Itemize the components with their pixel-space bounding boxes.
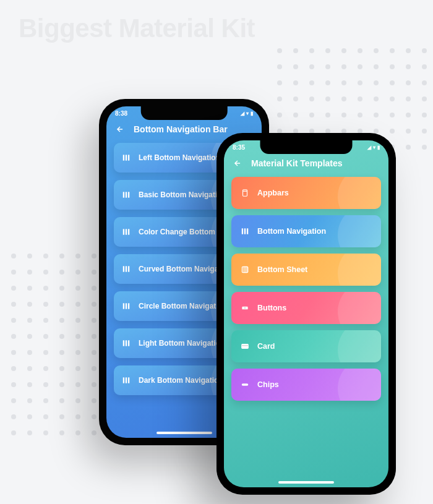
buttons-icon [240, 303, 250, 313]
wifi-icon: ▾ [246, 111, 249, 116]
svg-rect-14 [128, 303, 129, 309]
svg-rect-7 [126, 229, 127, 234]
back-button[interactable] [233, 158, 242, 168]
home-indicator[interactable] [156, 432, 212, 434]
list-item[interactable]: Bottom Sheet [231, 254, 381, 286]
svg-rect-8 [128, 229, 129, 234]
columns-icon [121, 153, 131, 163]
arrow-left-icon [116, 125, 124, 134]
svg-rect-2 [128, 155, 129, 160]
network-icon: ◢ [367, 145, 371, 150]
svg-rect-24 [244, 228, 246, 234]
status-indicators: ◢ ▾ ▮ [241, 111, 253, 116]
card-icon [240, 341, 250, 351]
bottom-nav-icon [240, 226, 250, 236]
list-item-label: Basic Bottom Navigation [139, 190, 226, 199]
list-item[interactable]: Appbars [231, 177, 381, 209]
columns-icon [121, 338, 131, 348]
svg-rect-19 [126, 377, 127, 383]
svg-rect-27 [243, 267, 248, 272]
list-item-label: Buttons [257, 304, 286, 312]
app-bar-title: Bottom Navigation Bar [134, 124, 228, 134]
svg-rect-15 [123, 340, 124, 346]
svg-rect-0 [123, 155, 124, 160]
svg-rect-17 [128, 340, 129, 346]
columns-icon [121, 301, 131, 311]
arrow-left-icon [233, 159, 242, 168]
status-time: 8:35 [233, 144, 245, 151]
page-heading: Biggest Material Kit [19, 14, 255, 43]
columns-icon [121, 264, 131, 274]
list-item-label: Bottom Navigation [257, 227, 326, 236]
svg-rect-3 [123, 192, 124, 197]
phone-notch [140, 106, 228, 120]
chips-icon [240, 380, 250, 390]
svg-rect-32 [242, 383, 249, 386]
columns-icon [121, 190, 131, 200]
svg-rect-6 [123, 229, 124, 234]
svg-rect-18 [123, 377, 124, 383]
svg-rect-21 [243, 190, 247, 197]
wifi-icon: ▾ [373, 145, 375, 150]
status-indicators: ◢ ▾ ▮ [367, 145, 380, 150]
list-item-label: Light Bottom Navigation [139, 339, 225, 348]
list-item-label: Circle Bottom Navigation [139, 302, 227, 310]
svg-rect-16 [126, 340, 127, 346]
app-bar-title: Material Kit Templates [251, 158, 343, 168]
phone-mockup-front: 8:35 ◢ ▾ ▮ Material Kit Templates Appbar… [216, 133, 396, 495]
list-item[interactable]: Buttons [231, 292, 381, 324]
battery-icon: ▮ [377, 145, 380, 150]
home-indicator[interactable] [278, 481, 334, 484]
bottom-sheet-icon [240, 265, 250, 275]
list-item-label: Card [257, 342, 275, 351]
network-icon: ◢ [241, 111, 244, 116]
list-item-label: Chips [257, 380, 279, 389]
list-item[interactable]: Chips [231, 369, 381, 401]
columns-icon [121, 227, 131, 237]
svg-rect-12 [123, 303, 124, 309]
list-item-label: Left Bottom Navigation [139, 153, 220, 162]
list-item[interactable]: Card [231, 330, 381, 362]
back-button[interactable] [115, 124, 125, 134]
list-item-label: Bottom Sheet [257, 265, 307, 274]
battery-icon: ▮ [251, 111, 253, 116]
svg-rect-29 [244, 307, 246, 308]
template-list: AppbarsBottom NavigationBottom SheetButt… [224, 177, 388, 401]
svg-rect-4 [126, 192, 127, 197]
svg-rect-13 [126, 303, 127, 309]
svg-rect-25 [247, 228, 248, 234]
svg-rect-5 [128, 192, 129, 197]
list-item[interactable]: Bottom Navigation [231, 215, 381, 247]
phone-notch [260, 140, 353, 154]
list-item-label: Appbars [257, 189, 289, 197]
app-bar: Material Kit Templates [224, 152, 388, 177]
svg-rect-11 [128, 266, 129, 271]
svg-rect-30 [242, 344, 249, 349]
svg-rect-23 [242, 228, 243, 234]
columns-icon [121, 375, 131, 385]
list-item-label: Dark Bottom Navigation [139, 376, 223, 385]
status-time: 8:38 [115, 110, 127, 117]
svg-rect-20 [128, 377, 129, 383]
phone-screen-front: 8:35 ◢ ▾ ▮ Material Kit Templates Appbar… [224, 140, 388, 487]
svg-rect-9 [123, 266, 124, 271]
svg-rect-10 [126, 266, 127, 271]
svg-rect-1 [126, 155, 127, 160]
appbars-icon [240, 188, 250, 198]
